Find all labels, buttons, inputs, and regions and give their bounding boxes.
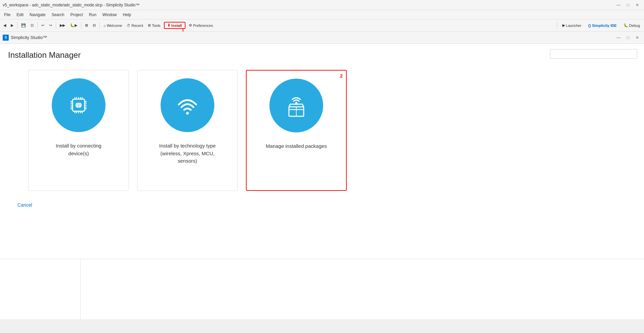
- undo-button[interactable]: ↩: [39, 22, 46, 29]
- simplicity-icon: {}: [588, 24, 591, 28]
- tools-icon: ⊞: [148, 23, 151, 28]
- menu-run[interactable]: Run: [86, 11, 99, 18]
- app-close[interactable]: ✕: [633, 35, 641, 41]
- toolbar-sep-2: [37, 22, 38, 29]
- back-button[interactable]: ◀: [1, 22, 8, 29]
- svg-point-21: [186, 112, 189, 115]
- gear-icon: ⚙: [189, 23, 192, 28]
- debug-run-button[interactable]: 🐛▶: [68, 22, 79, 29]
- toolbar-sep-3: [56, 22, 56, 29]
- home-icon: ⌂: [103, 24, 106, 28]
- menu-bar: File Edit Navigate Search Project Run Wi…: [0, 10, 644, 19]
- manage-packages-number: 2: [340, 73, 343, 79]
- bottom-right-panel: [81, 259, 644, 319]
- cards-container: Install by connectingdevice(s) Install b…: [8, 70, 636, 191]
- app-maximize[interactable]: □: [624, 35, 632, 41]
- menu-navigate[interactable]: Navigate: [27, 11, 48, 18]
- debug-perspective[interactable]: 🐛 Debug: [621, 22, 643, 29]
- cancel-button[interactable]: Cancel: [16, 201, 34, 209]
- menu-file[interactable]: File: [1, 11, 13, 18]
- bug-icon: 🐛: [624, 23, 628, 28]
- download-icon: ⬇: [167, 23, 170, 28]
- main-content: Installation Manager: [0, 44, 644, 259]
- manage-packages-card[interactable]: 2: [246, 70, 347, 191]
- tech-type-circle: [161, 78, 214, 132]
- menu-search[interactable]: Search: [49, 11, 67, 18]
- bottom-panel: [0, 259, 644, 319]
- menu-help[interactable]: Help: [120, 11, 134, 18]
- wifi-icon: [174, 92, 201, 119]
- connect-device-circle: [52, 78, 105, 132]
- minimize-button[interactable]: —: [614, 2, 622, 8]
- app-minimize[interactable]: —: [614, 35, 622, 41]
- page-title: Installation Manager: [8, 50, 636, 60]
- close-button[interactable]: ✕: [633, 2, 641, 8]
- toolbar: ◀ ▶ 💾 ⊡ ↩ ↪ ▶▶ 🐛▶ ⊠ ⊟ ⌂ Welcome ⏱ Recent…: [0, 19, 644, 32]
- toolbar-misc-2[interactable]: ⊟: [91, 22, 98, 29]
- clock-icon: ⏱: [127, 24, 130, 28]
- toolbar-sep-5: [99, 22, 100, 29]
- toolbar-sep-1: [17, 22, 17, 29]
- bottom-left-panel: [0, 259, 81, 319]
- tools-tab[interactable]: ⊞ Tools: [146, 22, 163, 29]
- app-title-text: Simplicity Studio™: [11, 35, 47, 40]
- title-bar: v5_workspace - adc_static_mode/adc_stati…: [0, 0, 644, 10]
- app-title-controls: — □ ✕: [614, 35, 641, 41]
- save-all-button[interactable]: ⊡: [29, 22, 36, 29]
- toolbar-misc-1[interactable]: ⊠: [83, 22, 90, 29]
- recent-tab[interactable]: ⏱ Recent: [125, 23, 145, 29]
- simplicity-perspective[interactable]: {} Simplicity IDE: [586, 23, 619, 29]
- svg-point-22: [295, 102, 297, 104]
- save-button[interactable]: 💾: [19, 22, 28, 29]
- install-tab-container: ⬇ Install 1: [164, 22, 185, 29]
- search-input[interactable]: [550, 49, 637, 59]
- tech-type-card[interactable]: Install by technology type(wireless, Xpr…: [137, 70, 238, 191]
- perspective-buttons: ▶ Launcher {} Simplicity IDE 🐛 Debug: [556, 22, 643, 29]
- search-area: [550, 49, 637, 59]
- tech-type-label: Install by technology type(wireless, Xpr…: [159, 142, 216, 165]
- menu-edit[interactable]: Edit: [14, 11, 26, 18]
- run-button[interactable]: ▶▶: [58, 22, 67, 29]
- redo-button[interactable]: ↪: [47, 22, 54, 29]
- maximize-button[interactable]: □: [624, 2, 632, 8]
- connect-device-card[interactable]: Install by connectingdevice(s): [28, 70, 129, 191]
- toolbar-sep-4: [81, 22, 81, 29]
- menu-project[interactable]: Project: [68, 11, 85, 18]
- app-icon: S: [3, 35, 9, 41]
- launcher-perspective[interactable]: ▶ Launcher: [560, 22, 584, 29]
- toolbar-sep-right: [557, 22, 557, 29]
- launcher-icon: ▶: [562, 23, 565, 28]
- welcome-tab[interactable]: ⌂ Welcome: [101, 23, 124, 29]
- window-title: v5_workspace - adc_static_mode/adc_stati…: [3, 3, 140, 7]
- preferences-tab[interactable]: ⚙ Preferences: [187, 22, 215, 29]
- app-title-bar: S Simplicity Studio™ — □ ✕: [0, 32, 644, 44]
- chip-link-icon: [65, 92, 92, 119]
- window-controls: — □ ✕: [614, 2, 641, 8]
- manage-packages-circle: [269, 79, 323, 132]
- connect-device-label: Install by connectingdevice(s): [56, 142, 101, 157]
- app-title-left: S Simplicity Studio™: [3, 35, 47, 41]
- manage-packages-label: Manage installed packages: [266, 142, 327, 150]
- forward-button[interactable]: ▶: [9, 22, 15, 29]
- package-icon: [283, 92, 310, 119]
- menu-window[interactable]: Window: [100, 11, 120, 18]
